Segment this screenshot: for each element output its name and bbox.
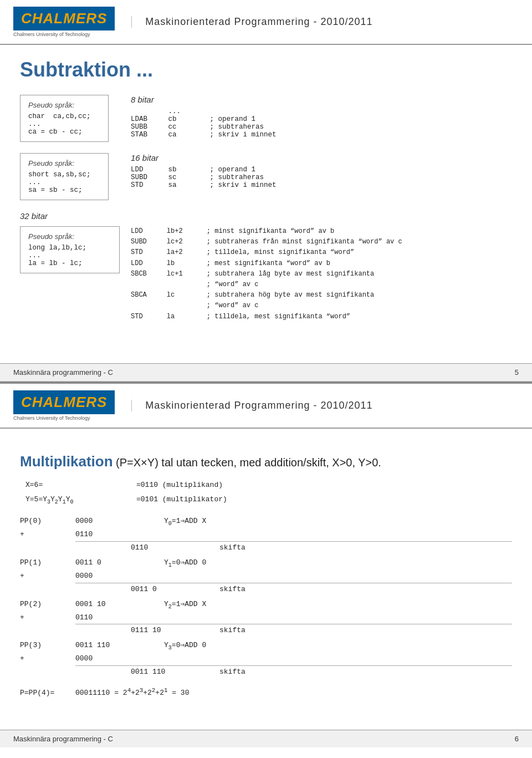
footer1: Maskinnära programmering - C 5 xyxy=(0,363,532,381)
pp0-res-comment: skifta xyxy=(219,542,245,554)
footer1-right: 5 xyxy=(515,368,519,377)
y-def-row: Y=5=Y3Y2Y1Y0 =0101 (multiplikator) xyxy=(25,494,507,507)
y-sub2: 2 xyxy=(55,498,58,505)
pp3-comment: Y3=0⇒ADD 0 xyxy=(164,639,206,653)
logo-subtext: Chalmers University of Technology xyxy=(13,32,115,37)
pp0-num: 0000 xyxy=(75,515,164,528)
pseudo-box-32bit: Pseudo språk: long la,lb,lc; ... la = lb… xyxy=(20,226,120,273)
mult-row-pp1-res: 0011 0 skifta xyxy=(75,583,512,596)
mult-title: Multiplikation (P=X×Y) tal utan tecken, … xyxy=(20,453,512,470)
mult-defs: X=6= =0110 (multiplikand) Y=5=Y3Y2Y1Y0 =… xyxy=(20,479,512,507)
logo-almers: ALMERS xyxy=(43,10,108,27)
pp1-comment: Y1=0⇒ADD 0 xyxy=(164,557,206,570)
logo-box2: CHALMERS xyxy=(13,390,115,414)
asm-code-32bit: LDD lb+2 ; minst signifikanta “word” av … xyxy=(131,226,402,322)
footer2-left: Maskinnära programmering - C xyxy=(13,735,113,743)
pp0-plus-num: 0110 xyxy=(75,528,164,541)
section-16bit: Pseudo språk: short sa,sb,sc; ... sa = s… xyxy=(20,153,512,200)
page2: CHALMERS Chalmers University of Technolo… xyxy=(0,381,532,747)
pseudo-title-32bit: Pseudo språk: xyxy=(28,232,111,241)
y-sub1: 1 xyxy=(63,498,66,505)
bits-label-16bit: 16 bitar xyxy=(131,153,277,162)
logo-ch2: CH xyxy=(21,394,43,410)
logo-container2: CHALMERS Chalmers University of Technolo… xyxy=(13,390,115,421)
mult-row-pp3-res: 0011 110 skifta xyxy=(75,665,512,679)
mult-row-pp1-plus: + 0000 xyxy=(20,570,512,583)
logo-almers2: ALMERS xyxy=(43,394,108,410)
y-def-label: Y=5=Y3Y2Y1Y0 xyxy=(25,494,125,507)
mult-title-bold: Multiplikation xyxy=(20,453,113,470)
page1-content: Subtraktion ... Pseudo språk: char ca,cb… xyxy=(0,45,532,347)
pp2-res-comment: skifta xyxy=(219,624,245,637)
header-title: Maskinorienterad Programmering - 2010/20… xyxy=(145,16,372,27)
mult-row-pp4: P=PP(4)= 00011110 = 24+23+22+21 = 30 xyxy=(20,685,512,700)
mult-title-normal: (P=X×Y) tal utan tecken, med addition/sk… xyxy=(113,456,381,469)
pp0-res-num: 0110 xyxy=(131,542,219,554)
footer2: Maskinnära programmering - C 6 xyxy=(0,730,532,747)
pseudo-code-8bit: char ca,cb,cc; ... ca = cb - cc; xyxy=(28,113,100,136)
pp0-label: PP(0) xyxy=(20,515,75,528)
mult-row-pp2-plus: + 0110 xyxy=(20,612,512,624)
section-8bit: Pseudo språk: char ca,cb,cc; ... ca = cb… xyxy=(20,95,512,142)
x-def-val: =0110 (multiplikand) xyxy=(136,479,223,491)
header2-title: Maskinorienterad Programmering - 2010/20… xyxy=(145,400,372,411)
section-32bit: 32 bitar Pseudo språk: long la,lb,lc; ..… xyxy=(20,211,512,322)
pp3-res-num: 0011 110 xyxy=(131,666,219,679)
mult-row-pp1: PP(1) 0011 0 Y1=0⇒ADD 0 xyxy=(20,557,512,570)
pseudo-title-8bit: Pseudo språk: xyxy=(28,101,100,109)
pseudo-code-16bit: short sa,sb,sc; ... sa = sb - sc; xyxy=(28,171,100,194)
y-sub3: 3 xyxy=(47,498,50,505)
pp1-plus: + xyxy=(20,570,75,583)
bits-label-32bit: 32 bitar xyxy=(20,211,512,221)
pp1-res-comment: skifta xyxy=(219,583,245,596)
pseudo-box-8bit: Pseudo språk: char ca,cb,cc; ... ca = cb… xyxy=(20,95,109,142)
pp1-res-num: 0011 0 xyxy=(131,583,219,596)
mult-row-pp3: PP(3) 0011 110 Y3=0⇒ADD 0 xyxy=(20,639,512,653)
pp4-label: P=PP(4)= xyxy=(20,687,75,700)
pp3-num: 0011 110 xyxy=(75,639,164,652)
asm-code-8bit: ... LDAB cb ; operand 1 SUBB cc ; subtra… xyxy=(131,108,277,139)
x-def-label: X=6= xyxy=(25,479,125,491)
asm-block-16bit: 16 bitar LDD sb ; operand 1 SUBD sc ; su… xyxy=(131,153,277,200)
x-def-row: X=6= =0110 (multiplikand) xyxy=(25,479,507,491)
logo-text: CHALMERS xyxy=(21,10,107,27)
pp4-result: 00011110 = 24+23+22+21 = 30 xyxy=(75,685,297,700)
mult-row-pp0-res: 0110 skifta xyxy=(75,541,512,554)
pp1-num: 0011 0 xyxy=(75,557,164,569)
pp2-num: 0001 10 xyxy=(75,598,164,611)
mult-row-pp3-plus: + 0000 xyxy=(20,653,512,665)
footer1-left: Maskinnära programmering - C xyxy=(13,368,113,377)
page1: CHALMERS Chalmers University of Technolo… xyxy=(0,0,532,381)
bits-label-8bit: 8 bitar xyxy=(131,95,277,104)
asm-block-8bit: 8 bitar ... LDAB cb ; operand 1 SUBB cc … xyxy=(131,95,277,142)
logo-container: CHALMERS Chalmers University of Technolo… xyxy=(13,7,115,37)
pp3-plus: + xyxy=(20,653,75,665)
mult-table: PP(0) 0000 Y0=1⇒ADD X + 0110 0110 skifta… xyxy=(20,515,512,699)
header-title-wrapper: Maskinorienterad Programmering - 2010/20… xyxy=(131,16,519,28)
pp1-label: PP(1) xyxy=(20,557,75,569)
header2-title-wrapper: Maskinorienterad Programmering - 2010/20… xyxy=(131,400,519,411)
section-32bit-inner: Pseudo språk: long la,lb,lc; ... la = lb… xyxy=(20,226,512,322)
pp2-plus: + xyxy=(20,612,75,624)
pp2-label: PP(2) xyxy=(20,598,75,611)
page-title: Subtraktion ... xyxy=(20,58,512,82)
pseudo-box-16bit: Pseudo språk: short sa,sb,sc; ... sa = s… xyxy=(20,153,109,200)
asm-code-16bit: LDD sb ; operand 1 SUBD sc ; subtraheras… xyxy=(131,166,277,189)
mult-row-pp0-plus: + 0110 xyxy=(20,528,512,541)
pp3-plus-num: 0000 xyxy=(75,653,164,665)
y-def-val: =0101 (multiplikator) xyxy=(136,494,227,507)
footer2-right: 6 xyxy=(515,735,519,743)
logo-subtext2: Chalmers University of Technology xyxy=(13,415,115,421)
pseudo-code-32bit: long la,lb,lc; ... la = lb - lc; xyxy=(28,244,111,267)
pseudo-title-16bit: Pseudo språk: xyxy=(28,159,100,167)
logo-text2: CHALMERS xyxy=(21,394,107,410)
mult-row-pp0: PP(0) 0000 Y0=1⇒ADD X xyxy=(20,515,512,528)
page2-content: Multiplikation (P=X×Y) tal utan tecken, … xyxy=(0,429,532,713)
pp3-res-comment: skifta xyxy=(219,666,245,679)
pp2-comment: Y2=1⇒ADD X xyxy=(164,598,206,612)
header2: CHALMERS Chalmers University of Technolo… xyxy=(0,384,532,429)
pp1-plus-num: 0000 xyxy=(75,570,164,583)
header1: CHALMERS Chalmers University of Technolo… xyxy=(0,0,532,45)
pp0-plus: + xyxy=(20,528,75,541)
page-wrapper: CHALMERS Chalmers University of Technolo… xyxy=(0,0,532,747)
